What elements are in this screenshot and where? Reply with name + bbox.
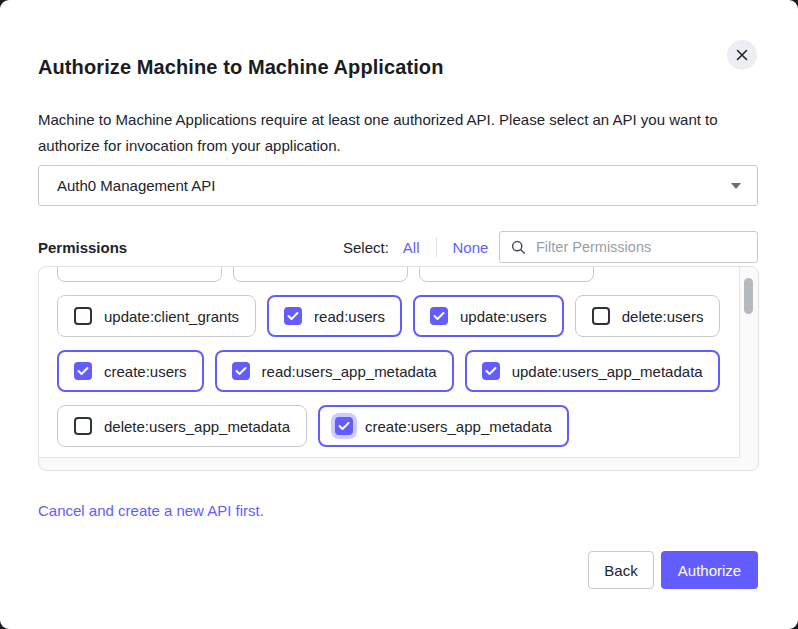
permission-pill[interactable]: delete:users bbox=[575, 295, 721, 337]
permission-row-partial bbox=[57, 267, 739, 282]
select-none-link[interactable]: None bbox=[453, 239, 489, 256]
checkbox-checked-icon[interactable] bbox=[284, 307, 302, 325]
permission-pill-label: read:users bbox=[314, 308, 385, 325]
permission-pill-label: create:users_app_metadata bbox=[365, 418, 552, 435]
page-title: Authorize Machine to Machine Application bbox=[38, 56, 444, 79]
close-button[interactable] bbox=[727, 40, 757, 70]
permission-row: update:client_grantsread:usersupdate:use… bbox=[57, 295, 739, 337]
permission-pill-label: update:users_app_metadata bbox=[512, 363, 703, 380]
back-button[interactable]: Back bbox=[588, 551, 654, 589]
authorize-button[interactable]: Authorize bbox=[661, 551, 758, 589]
permission-row: create:usersread:users_app_metadataupdat… bbox=[57, 350, 739, 392]
cancel-create-api-link[interactable]: Cancel and create a new API first. bbox=[38, 502, 264, 519]
filter-permissions-input[interactable] bbox=[534, 238, 738, 256]
permission-pill[interactable]: create:users bbox=[57, 350, 204, 392]
permission-row: delete:users_app_metadatacreate:users_ap… bbox=[57, 405, 739, 447]
api-select-value: Auth0 Management API bbox=[57, 177, 215, 194]
checkbox-checked-icon[interactable] bbox=[232, 362, 250, 380]
permission-pill-label: delete:users bbox=[622, 308, 704, 325]
permission-pill[interactable] bbox=[419, 267, 594, 282]
checkbox-checked-icon[interactable] bbox=[482, 362, 500, 380]
checkbox-checked-icon[interactable] bbox=[74, 362, 92, 380]
permission-pill[interactable]: create:users_app_metadata bbox=[318, 405, 569, 447]
vertical-scrollbar-thumb[interactable] bbox=[744, 278, 753, 314]
close-icon bbox=[736, 49, 748, 61]
permission-pill[interactable] bbox=[233, 267, 408, 282]
permission-pill[interactable] bbox=[57, 267, 222, 282]
checkbox-unchecked-icon[interactable] bbox=[74, 417, 92, 435]
permissions-scroll-area: update:client_grantsread:usersupdate:use… bbox=[38, 266, 759, 471]
divider bbox=[436, 237, 437, 257]
dialog-description: Machine to Machine Applications require … bbox=[38, 107, 744, 159]
permission-pill-label: update:client_grants bbox=[104, 308, 239, 325]
authorize-m2m-dialog: Authorize Machine to Machine Application… bbox=[0, 0, 798, 629]
search-icon bbox=[500, 240, 526, 255]
permissions-list: update:client_grantsread:usersupdate:use… bbox=[39, 267, 740, 458]
permission-pill[interactable]: read:users_app_metadata bbox=[215, 350, 454, 392]
permission-pill-label: create:users bbox=[104, 363, 187, 380]
permission-pill-label: update:users bbox=[460, 308, 547, 325]
permission-pill[interactable]: update:users bbox=[413, 295, 564, 337]
filter-permissions-box bbox=[499, 231, 758, 263]
checkbox-unchecked-icon[interactable] bbox=[592, 307, 610, 325]
permission-pill[interactable]: update:users_app_metadata bbox=[465, 350, 720, 392]
select-all-link[interactable]: All bbox=[403, 239, 420, 256]
api-select-dropdown[interactable]: Auth0 Management API bbox=[38, 165, 758, 206]
select-all-none-group: Select: All None bbox=[343, 237, 488, 257]
permission-pill-label: read:users_app_metadata bbox=[262, 363, 437, 380]
permission-pill[interactable]: update:client_grants bbox=[57, 295, 256, 337]
checkbox-checked-icon[interactable] bbox=[430, 307, 448, 325]
checkbox-checked-icon[interactable] bbox=[335, 417, 353, 435]
permission-pill[interactable]: delete:users_app_metadata bbox=[57, 405, 307, 447]
permission-pill-label: delete:users_app_metadata bbox=[104, 418, 290, 435]
permissions-label: Permissions bbox=[38, 239, 127, 256]
select-label: Select: bbox=[343, 239, 389, 256]
chevron-down-icon bbox=[731, 183, 741, 189]
permission-pill[interactable]: read:users bbox=[267, 295, 402, 337]
checkbox-unchecked-icon[interactable] bbox=[74, 307, 92, 325]
